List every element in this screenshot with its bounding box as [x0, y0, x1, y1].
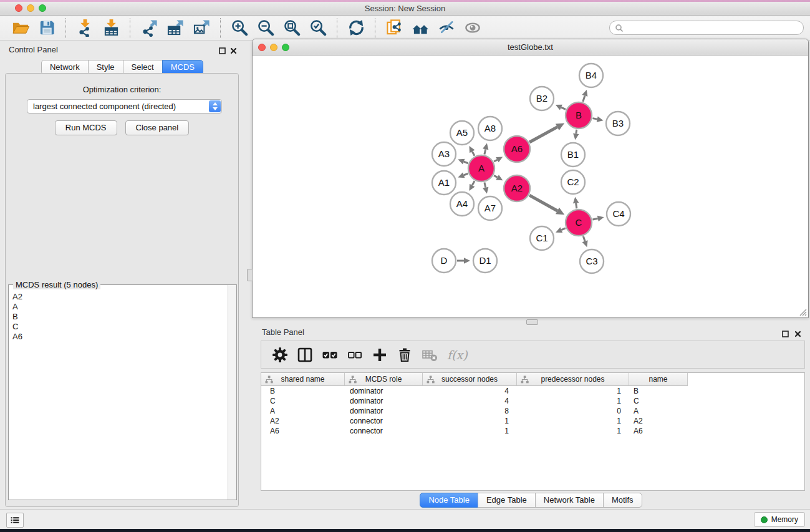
edge-B-B2[interactable]: [561, 107, 566, 109]
close-panel-icon[interactable]: [230, 46, 237, 52]
edge-A-A5[interactable]: [472, 152, 475, 156]
result-item[interactable]: A: [9, 302, 228, 312]
import-network-icon[interactable]: [75, 19, 94, 37]
eye-icon[interactable]: [463, 19, 482, 37]
task-history-button[interactable]: [6, 513, 24, 528]
float-panel-icon[interactable]: [219, 46, 226, 52]
memory-button[interactable]: Memory: [754, 512, 805, 527]
export-table-icon[interactable]: [166, 19, 185, 37]
edge-B-B3[interactable]: [593, 118, 597, 119]
result-item[interactable]: A6: [9, 332, 228, 342]
table-cell: A6: [261, 426, 345, 436]
edge-A-A8[interactable]: [485, 149, 486, 154]
table-row[interactable]: Adominator80A: [261, 406, 804, 416]
column-header-name[interactable]: name: [629, 373, 688, 386]
result-scrollbar[interactable]: [228, 285, 236, 500]
edge-A-A6[interactable]: [494, 160, 497, 162]
table-row[interactable]: A2connector11A2: [261, 416, 804, 426]
run-mcds-button[interactable]: Run MCDS: [55, 120, 117, 135]
close-panel-button[interactable]: Close panel: [125, 120, 190, 135]
tab-network-table[interactable]: Network Table: [535, 493, 604, 508]
edge-C-C4[interactable]: [592, 218, 597, 220]
result-item[interactable]: B: [9, 312, 228, 322]
refresh-icon[interactable]: [347, 19, 365, 37]
edge-A2-C[interactable]: [529, 195, 557, 211]
edge-B-B4[interactable]: [583, 95, 585, 102]
save-icon[interactable]: [37, 19, 56, 37]
edge-A-A1[interactable]: [464, 173, 468, 175]
node-table[interactable]: shared name MCDS role successor nodes pr…: [261, 372, 805, 491]
node-label-A7: A7: [485, 203, 496, 213]
column-header-shared-name[interactable]: shared name: [261, 373, 345, 386]
zoom-out-icon[interactable]: [256, 19, 275, 37]
network-canvas[interactable]: B4B2BB3A8A5A6A3B1AC2A1A2A4A7C4CC1C3DD1: [253, 56, 808, 317]
edge-A-A4[interactable]: [472, 181, 475, 185]
float-table-panel-icon[interactable]: [782, 329, 789, 336]
network-graph[interactable]: B4B2BB3A8A5A6A3B1AC2A1A2A4A7C4CC1C3DD1: [253, 56, 808, 317]
export-image-icon[interactable]: [192, 19, 211, 37]
edge-A6-B[interactable]: [529, 127, 557, 142]
edge-C-C3[interactable]: [583, 236, 585, 241]
plus-icon[interactable]: [371, 346, 388, 363]
export-network-icon[interactable]: [140, 19, 158, 37]
column-header-successor-nodes[interactable]: successor nodes: [423, 373, 517, 386]
select-all-icon[interactable]: [321, 346, 338, 363]
column-header-MCDS-role[interactable]: MCDS role: [345, 373, 423, 386]
vertical-split-handle[interactable]: [247, 269, 253, 281]
mcds-tab-content: Optimization criterion: largest connecte…: [5, 73, 239, 507]
edge-A-A7[interactable]: [485, 182, 486, 187]
result-item[interactable]: A2: [9, 292, 228, 302]
mcds-buttons-row: Run MCDS Close panel: [6, 120, 238, 135]
edge-A-A3[interactable]: [464, 162, 468, 163]
close-table-panel-icon[interactable]: [794, 329, 801, 336]
zoom-fit-icon[interactable]: [282, 19, 301, 37]
column-header-predecessor-nodes[interactable]: predecessor nodes: [517, 373, 629, 386]
trash-icon[interactable]: [396, 346, 413, 363]
network-view-window: testGlobe.txt B4B2BB3A8A5A6A3B1AC2A1A2A4…: [252, 39, 809, 318]
chevron-up-icon: [213, 102, 218, 105]
table-cell: A: [261, 406, 345, 416]
network-from-file-icon[interactable]: [385, 19, 403, 37]
zoom-selected-icon[interactable]: [309, 19, 327, 37]
tab-node-table[interactable]: Node Table: [420, 493, 478, 508]
import-table-icon[interactable]: [102, 19, 120, 37]
zoom-in-icon[interactable]: [230, 19, 249, 37]
split-panel-icon[interactable]: [296, 346, 313, 363]
edge-C-C2[interactable]: [576, 203, 577, 209]
app-titlebar: Session: New Session: [0, 2, 810, 16]
search-box[interactable]: [609, 21, 804, 35]
table-panel-header: Table Panel: [252, 322, 810, 338]
table-row[interactable]: Bdominator41B: [261, 386, 804, 396]
hierarchy-icon: [427, 375, 435, 384]
main-toolbar: [0, 16, 810, 41]
table-cell: B: [261, 386, 345, 396]
toolbar-separator: [130, 18, 130, 38]
deselect-all-icon[interactable]: [346, 346, 363, 363]
memory-label: Memory: [771, 515, 798, 524]
tab-edge-table[interactable]: Edge Table: [478, 493, 536, 508]
arrowhead-icon: [483, 143, 488, 150]
home-icon[interactable]: [411, 19, 430, 37]
toolbar-separator: [375, 18, 375, 38]
toolbar-separator: [220, 18, 221, 38]
arrowhead-icon: [573, 133, 579, 140]
table-row[interactable]: Cdominator41C: [261, 396, 804, 406]
folder-open-icon[interactable]: [11, 19, 30, 37]
edge-B-B1[interactable]: [576, 130, 577, 134]
table-row[interactable]: A6connector11A6: [261, 426, 804, 436]
tab-motifs[interactable]: Motifs: [603, 493, 642, 508]
criterion-dropdown[interactable]: largest connected component (directed): [27, 99, 222, 114]
criterion-selected-value: largest connected component (directed): [33, 102, 176, 111]
arrowhead-icon: [464, 258, 470, 264]
edge-C-C1[interactable]: [561, 228, 566, 230]
gear-icon[interactable]: [271, 346, 288, 363]
table-cell: 1: [423, 426, 517, 436]
search-input[interactable]: [627, 23, 798, 33]
table-cell: A6: [629, 426, 688, 436]
node-label-A1: A1: [438, 177, 450, 188]
mcds-result-box: MCDS result (5 nodes) A2ABCA6: [8, 284, 237, 500]
resize-grip-icon[interactable]: [798, 307, 807, 316]
result-item[interactable]: C: [9, 322, 228, 332]
edge-A-A2[interactable]: [494, 175, 498, 177]
eye-slash-icon[interactable]: [437, 19, 456, 37]
